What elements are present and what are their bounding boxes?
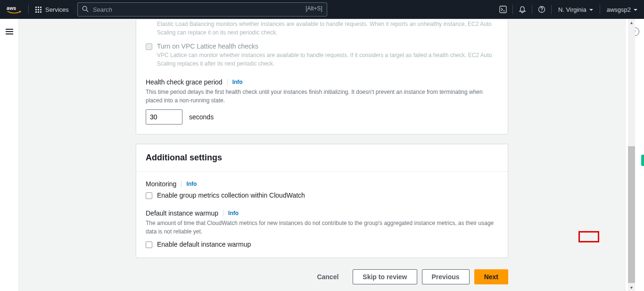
- next-button[interactable]: Next: [474, 269, 508, 284]
- search-input[interactable]: [77, 2, 327, 17]
- additional-settings-panel: Additional settings Monitoring Info Enab…: [136, 144, 508, 258]
- svg-point-6: [541, 11, 542, 12]
- warmup-description: The amount of time that CloudWatch metri…: [146, 219, 498, 236]
- monitoring-info-link[interactable]: Info: [186, 181, 197, 187]
- vpc-lattice-description: VPC Lattice can monitor whether instance…: [157, 51, 498, 68]
- vpc-lattice-row: Turn on VPC Lattice health checks VPC La…: [146, 42, 498, 68]
- grace-period-description: This time period delays the first health…: [146, 88, 498, 105]
- vpc-lattice-checkbox: [146, 43, 152, 50]
- additional-settings-title: Additional settings: [146, 153, 498, 163]
- user-label: awsgsp2: [607, 6, 631, 13]
- enable-warmup-checkbox[interactable]: [146, 241, 152, 248]
- help-icon[interactable]: [532, 0, 551, 19]
- search-container: [Alt+S]: [77, 2, 327, 17]
- svg-point-1: [83, 6, 87, 10]
- notifications-icon[interactable]: [513, 0, 532, 19]
- warmup-info-link[interactable]: Info: [228, 210, 239, 216]
- monitoring-label-row: Monitoring Info: [146, 180, 498, 188]
- previous-button[interactable]: Previous: [422, 269, 470, 284]
- search-shortcut: [Alt+S]: [305, 5, 322, 12]
- monitoring-label: Monitoring: [146, 180, 176, 188]
- cancel-button[interactable]: Cancel: [307, 269, 348, 284]
- aws-logo[interactable]: aws: [0, 5, 28, 14]
- enable-group-metrics-checkbox[interactable]: [146, 192, 152, 199]
- grace-period-unit: seconds: [189, 113, 214, 121]
- feedback-tab[interactable]: [641, 155, 644, 166]
- wizard-buttons: Cancel Skip to review Previous Next: [136, 269, 508, 284]
- grid-icon: [35, 7, 41, 13]
- grace-period-label-row: Health check grace period Info: [146, 78, 498, 86]
- search-icon: [82, 6, 89, 12]
- svg-text:aws: aws: [7, 5, 16, 11]
- warmup-label: Default instance warmup: [146, 209, 218, 217]
- scrollbar-thumb[interactable]: [628, 146, 635, 283]
- top-navigation: aws Services [Alt+S] N. Virginia aws: [0, 0, 644, 19]
- skip-to-review-button[interactable]: Skip to review: [353, 269, 417, 284]
- svg-rect-3: [500, 6, 506, 13]
- svg-line-2: [86, 10, 88, 12]
- enable-warmup-label: Enable default instance warmup: [157, 241, 498, 248]
- left-rail: [0, 19, 19, 291]
- divider: [227, 79, 228, 85]
- grace-period-input[interactable]: [146, 109, 182, 125]
- region-selector[interactable]: N. Virginia: [552, 0, 600, 19]
- services-button[interactable]: Services: [29, 6, 75, 13]
- vpc-lattice-label: Turn on VPC Lattice health checks: [157, 42, 498, 50]
- chevron-down-icon: [589, 9, 593, 11]
- divider: [223, 210, 223, 216]
- enable-group-metrics-label: Enable group metrics collection within C…: [157, 191, 498, 199]
- main-content: Elastic Load Balancing monitors whether …: [19, 19, 625, 291]
- region-label: N. Virginia: [558, 6, 586, 13]
- highlight-box: [578, 231, 599, 242]
- cloudshell-icon[interactable]: [494, 0, 512, 19]
- grace-period-info-link[interactable]: Info: [232, 79, 243, 85]
- health-checks-panel: Elastic Load Balancing monitors whether …: [136, 20, 508, 134]
- divider: [181, 181, 182, 187]
- scroll-up-icon[interactable]: ▴: [628, 19, 635, 26]
- services-label: Services: [45, 6, 69, 13]
- scrollbar-track[interactable]: ▴ ▾: [628, 19, 635, 291]
- hamburger-icon[interactable]: [6, 27, 13, 291]
- topnav-right: N. Virginia awsgsp2: [494, 0, 644, 19]
- chevron-down-icon: [634, 9, 637, 11]
- grace-period-label: Health check grace period: [146, 78, 223, 86]
- user-menu[interactable]: awsgsp2: [600, 0, 644, 19]
- warmup-label-row: Default instance warmup Info: [146, 209, 498, 217]
- scroll-down-icon[interactable]: ▾: [628, 284, 635, 291]
- elb-health-check-description: Elastic Load Balancing monitors whether …: [157, 20, 498, 37]
